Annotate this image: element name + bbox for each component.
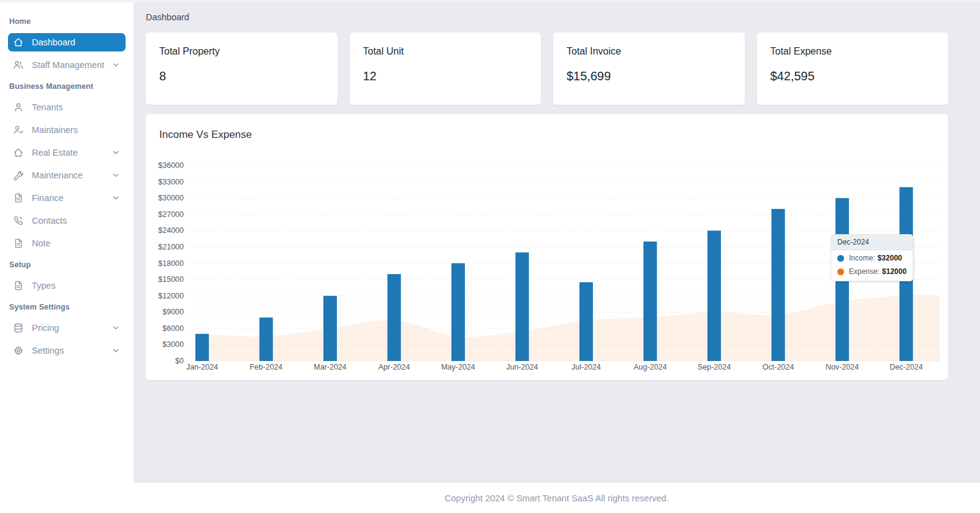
y-axis-tick-label: $3000: [162, 340, 184, 349]
tooltip-income-value: $32000: [878, 254, 902, 262]
stat-card-value: 12: [363, 69, 528, 83]
sidebar-item-label: Dashboard: [32, 37, 121, 47]
sidebar-item-label: Maintenance: [32, 170, 112, 180]
sidebar-item-dashboard[interactable]: Dashboard: [8, 33, 126, 51]
tooltip-expense-label: Expense:: [849, 267, 880, 276]
users-icon: [13, 59, 24, 70]
gear-icon: [13, 345, 24, 356]
main-content: Dashboard Total Property8Total Unit12Tot…: [134, 0, 980, 513]
x-axis-tick-label: Jul-2024: [571, 363, 601, 371]
phone-icon: [13, 215, 24, 226]
sidebar-item-label: Pricing: [32, 323, 112, 333]
sidebar-item-pricing[interactable]: Pricing: [8, 319, 126, 337]
sidebar: HomeDashboardStaff ManagementBusiness Ma…: [0, 2, 134, 513]
income-vs-expense-card: Income Vs Expense $36000$33000$30000$270…: [146, 114, 948, 380]
y-axis-tick-label: $18000: [158, 259, 184, 268]
y-axis-tick-label: $36000: [158, 161, 184, 170]
sidebar-item-label: Note: [32, 238, 121, 248]
sidebar-item-label: Maintainers: [32, 125, 121, 135]
home-icon: [13, 147, 24, 158]
x-axis-tick-label: Oct-2024: [763, 363, 794, 371]
chevron-down-icon: [112, 61, 119, 69]
x-axis-tick-label: Mar-2024: [314, 363, 347, 371]
y-axis-tick-label: $15000: [158, 275, 184, 284]
stat-card-title: Total Unit: [363, 46, 528, 57]
sidebar-section-setup: Setup: [9, 260, 124, 269]
y-axis-tick-label: $9000: [162, 308, 184, 316]
sidebar-item-settings[interactable]: Settings: [8, 341, 126, 360]
sidebar-item-note[interactable]: Note: [8, 234, 126, 253]
sidebar-section-system-settings: System Settings: [9, 303, 124, 311]
income-bar-Jun-2024[interactable]: [516, 253, 529, 361]
sidebar-item-label: Finance: [32, 193, 112, 203]
file-icon: [13, 280, 24, 291]
sidebar-item-types[interactable]: Types: [8, 276, 126, 295]
income-bar-Apr-2024[interactable]: [388, 274, 401, 361]
income-series-dot-icon: [837, 255, 844, 262]
x-axis-tick-label: Nov-2024: [826, 363, 859, 371]
sidebar-item-contacts[interactable]: Contacts: [8, 211, 126, 230]
y-axis-tick-label: $33000: [158, 178, 184, 186]
income-bar-Mar-2024[interactable]: [323, 296, 337, 361]
stat-card-total-expense: Total Expense$42,595: [757, 32, 949, 105]
sidebar-item-label: Types: [32, 281, 121, 291]
home-icon: [13, 37, 24, 48]
income-bar-May-2024[interactable]: [451, 264, 465, 362]
database-icon: [13, 322, 24, 333]
x-axis-tick-label: Sep-2024: [698, 363, 731, 371]
user-check-icon: [13, 124, 24, 135]
sidebar-item-real-estate[interactable]: Real Estate: [8, 143, 126, 162]
sidebar-item-finance[interactable]: Finance: [8, 189, 126, 207]
x-axis-tick-label: Dec-2024: [889, 363, 922, 371]
sidebar-section-business-management: Business Management: [9, 82, 124, 91]
y-axis-tick-label: $27000: [158, 210, 184, 219]
stats-row: Total Property8Total Unit12Total Invoice…: [146, 32, 948, 105]
income-bar-Jul-2024[interactable]: [579, 283, 593, 362]
stat-card-total-property: Total Property8: [146, 32, 337, 105]
stat-card-value: 8: [159, 69, 324, 83]
breadcrumb: Dashboard: [146, 12, 948, 22]
sidebar-section-home: Home: [9, 17, 124, 26]
tooltip-title: Dec-2024: [831, 235, 913, 250]
tooltip-row-income: Income: $32000: [831, 250, 913, 264]
chevron-down-icon: [112, 172, 119, 179]
chart-tooltip: Dec-2024 Income: $32000 Expense: $12000: [831, 234, 913, 281]
sidebar-item-label: Real Estate: [32, 148, 112, 158]
y-axis-tick-label: $30000: [158, 194, 184, 202]
y-axis-tick-label: $12000: [158, 292, 184, 300]
sidebar-item-label: Staff Management: [32, 60, 112, 70]
income-bar-Feb-2024[interactable]: [260, 317, 273, 361]
chart-title: Income Vs Expense: [159, 129, 948, 141]
income-bar-Jan-2024[interactable]: [195, 334, 209, 361]
chevron-down-icon: [112, 347, 119, 354]
user-icon: [13, 102, 24, 113]
sidebar-item-label: Settings: [32, 346, 112, 355]
tooltip-income-label: Income:: [849, 254, 875, 262]
sidebar-item-tenants[interactable]: Tenants: [8, 98, 126, 116]
y-axis-tick-label: $24000: [158, 226, 184, 235]
tooltip-row-expense: Expense: $12000: [831, 264, 913, 281]
income-vs-expense-chart: $36000$33000$30000$27000$24000$21000$180…: [146, 148, 948, 379]
copyright-text: Copyright 2024 © Smart Tenant SaaS All r…: [445, 493, 669, 503]
x-axis-tick-label: Feb-2024: [250, 363, 283, 371]
wrench-icon: [13, 170, 24, 181]
sidebar-item-maintenance[interactable]: Maintenance: [8, 166, 126, 184]
sidebar-item-maintainers[interactable]: Maintainers: [8, 121, 126, 139]
sidebar-item-staff-management[interactable]: Staff Management: [8, 56, 126, 74]
footer: Copyright 2024 © Smart Tenant SaaS All r…: [134, 483, 980, 513]
chevron-down-icon: [112, 149, 119, 156]
file-icon: [13, 192, 24, 203]
x-axis-tick-label: Jan-2024: [186, 363, 218, 371]
stat-card-value: $42,595: [771, 69, 935, 83]
y-axis-tick-label: $0: [175, 357, 184, 365]
expense-series-dot-icon: [837, 268, 844, 275]
x-axis-tick-label: Aug-2024: [633, 363, 666, 371]
x-axis-tick-label: May-2024: [441, 363, 475, 371]
y-axis-tick-label: $6000: [162, 324, 184, 333]
top-strip: [0, 0, 980, 2]
income-bar-Aug-2024[interactable]: [644, 241, 657, 361]
x-axis-tick-label: Apr-2024: [379, 363, 410, 371]
x-axis-tick-label: Jun-2024: [506, 363, 538, 371]
income-bar-Sep-2024[interactable]: [707, 230, 721, 361]
income-bar-Oct-2024[interactable]: [772, 209, 785, 361]
